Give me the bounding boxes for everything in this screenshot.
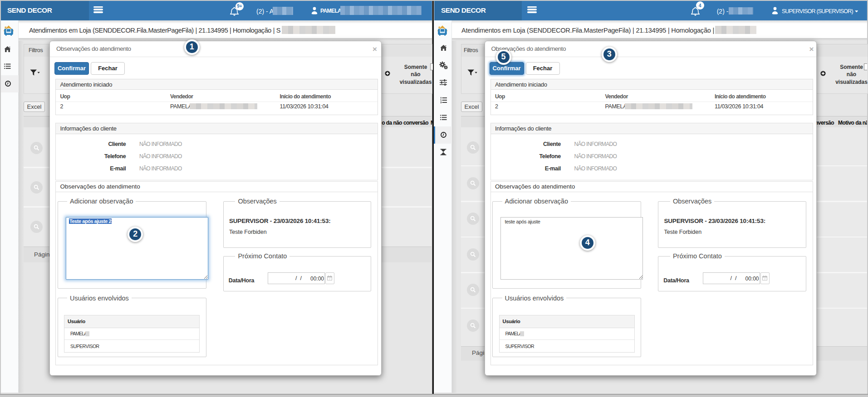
svg-text:7: 7 [329, 277, 330, 280]
svg-text:7: 7 [764, 277, 765, 280]
